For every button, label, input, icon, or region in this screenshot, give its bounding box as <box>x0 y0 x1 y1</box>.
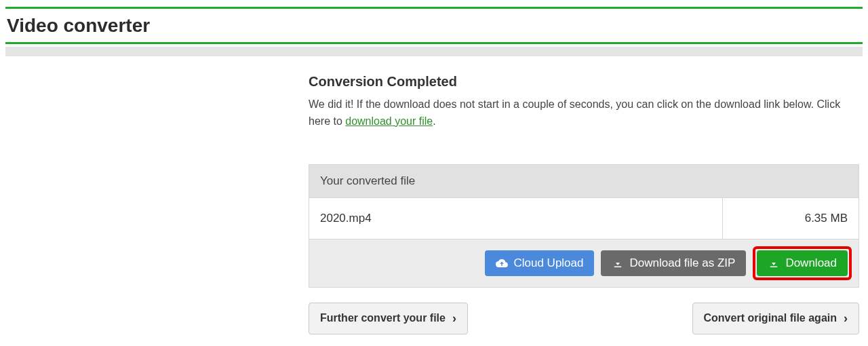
further-convert-label: Further convert your file <box>320 312 446 324</box>
converted-file-table: Your converted file 2020.mp4 6.35 MB Clo… <box>309 164 859 288</box>
divider-top <box>5 7 863 9</box>
download-file-link[interactable]: download your file <box>345 115 433 127</box>
status-heading: Conversion Completed <box>309 74 859 90</box>
file-size-cell: 6.35 MB <box>723 198 859 239</box>
table-row: 2020.mp4 6.35 MB <box>309 198 859 239</box>
main-content: Conversion Completed We did it! If the d… <box>309 74 859 334</box>
chevron-right-icon: › <box>452 311 456 326</box>
footer-buttons: Further convert your file › Convert orig… <box>309 303 859 334</box>
download-zip-button[interactable]: Download file as ZIP <box>601 250 746 276</box>
convert-again-button[interactable]: Convert original file again › <box>692 303 859 334</box>
file-name-cell: 2020.mp4 <box>309 198 723 239</box>
page-title: Video converter <box>5 11 863 41</box>
status-message: We did it! If the download does not star… <box>309 96 859 130</box>
download-icon <box>612 257 624 269</box>
download-highlight: Download <box>753 246 852 280</box>
cloud-upload-icon <box>496 257 508 269</box>
download-zip-label: Download file as ZIP <box>629 257 735 269</box>
status-message-post: . <box>433 115 435 127</box>
download-icon <box>768 257 780 269</box>
table-header: Your converted file <box>309 165 859 198</box>
convert-again-label: Convert original file again <box>704 312 837 324</box>
chevron-right-icon: › <box>844 311 848 326</box>
download-label: Download <box>785 257 837 269</box>
further-convert-button[interactable]: Further convert your file › <box>309 303 468 334</box>
download-button[interactable]: Download <box>757 250 848 276</box>
cloud-upload-label: Cloud Upload <box>513 257 583 269</box>
divider-under-title <box>5 42 863 44</box>
gray-bar <box>5 47 863 56</box>
cloud-upload-button[interactable]: Cloud Upload <box>485 250 594 276</box>
file-actions: Cloud Upload Download file as ZIP Downlo… <box>309 239 859 287</box>
